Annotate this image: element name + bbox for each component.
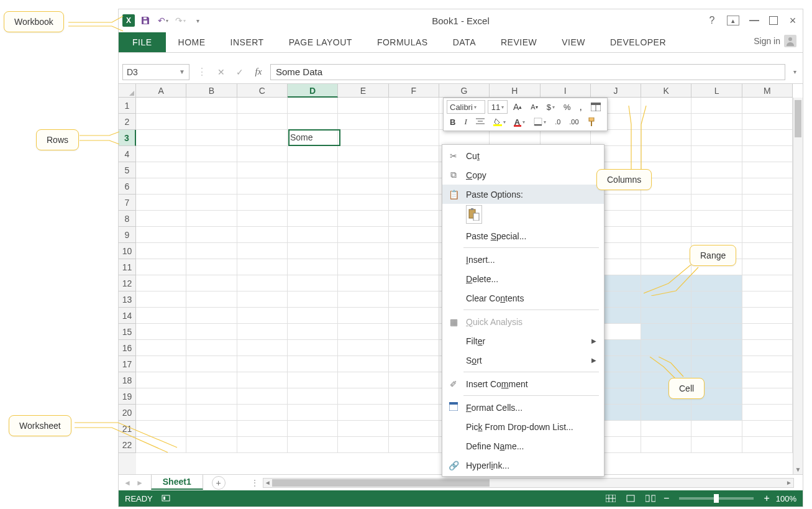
cell-C13[interactable] bbox=[237, 291, 288, 308]
cell-B14[interactable] bbox=[186, 308, 237, 324]
row-header-12[interactable]: 12 bbox=[119, 275, 136, 291]
sheet-split-icon[interactable]: ⋮ bbox=[250, 478, 259, 488]
col-header-J[interactable]: J bbox=[591, 84, 641, 98]
zoom-in-button[interactable]: + bbox=[764, 493, 769, 504]
cell-K8[interactable] bbox=[641, 211, 691, 227]
cell-D20[interactable] bbox=[288, 405, 338, 421]
cell-L7[interactable] bbox=[691, 195, 742, 211]
cell-M19[interactable] bbox=[742, 388, 793, 405]
cell-L21[interactable] bbox=[691, 421, 742, 437]
cell-L5[interactable] bbox=[691, 162, 742, 178]
cell-C4[interactable] bbox=[237, 146, 288, 162]
row-header-10[interactable]: 10 bbox=[119, 243, 136, 259]
col-header-A[interactable]: A bbox=[136, 84, 186, 98]
cell-C14[interactable] bbox=[237, 308, 288, 324]
cell-D15[interactable] bbox=[288, 324, 338, 340]
cell-A2[interactable] bbox=[136, 114, 186, 130]
tab-insert[interactable]: INSERT bbox=[218, 32, 276, 52]
cell-D3[interactable]: Some bbox=[288, 130, 338, 146]
cell-L2[interactable] bbox=[691, 114, 742, 130]
col-header-M[interactable]: M bbox=[742, 84, 793, 98]
menu-insert[interactable]: Insert... bbox=[442, 250, 604, 269]
cell-A16[interactable] bbox=[136, 340, 186, 356]
cell-E11[interactable] bbox=[338, 259, 388, 275]
align-center-button[interactable] bbox=[473, 115, 488, 129]
cell-F10[interactable] bbox=[389, 243, 439, 259]
cell-E1[interactable] bbox=[338, 98, 388, 114]
cell-E18[interactable] bbox=[338, 372, 388, 388]
cell-E5[interactable] bbox=[338, 162, 388, 178]
cell-C22[interactable] bbox=[237, 437, 288, 453]
cell-A14[interactable] bbox=[136, 308, 186, 324]
cell-A6[interactable] bbox=[136, 178, 186, 195]
cell-E19[interactable] bbox=[338, 388, 388, 405]
cell-C5[interactable] bbox=[237, 162, 288, 178]
cell-F6[interactable] bbox=[389, 178, 439, 195]
cell-M6[interactable] bbox=[742, 178, 793, 195]
col-header-E[interactable]: E bbox=[338, 84, 388, 98]
cell-M22[interactable] bbox=[742, 437, 793, 453]
cell-A10[interactable] bbox=[136, 243, 186, 259]
cell-A11[interactable] bbox=[136, 259, 186, 275]
cell-M9[interactable] bbox=[742, 227, 793, 243]
cell-B10[interactable] bbox=[186, 243, 237, 259]
cell-A9[interactable] bbox=[136, 227, 186, 243]
menu-paste-options[interactable]: 📋Paste Options: bbox=[442, 185, 604, 204]
sheet-nav-prev[interactable]: ◄ bbox=[124, 479, 131, 487]
cell-E12[interactable] bbox=[338, 275, 388, 291]
vertical-scrollbar[interactable]: ▼ bbox=[793, 98, 803, 474]
maximize-button[interactable] bbox=[769, 16, 778, 25]
col-header-D[interactable]: D bbox=[288, 84, 338, 98]
cell-C2[interactable] bbox=[237, 114, 288, 130]
menu-filter[interactable]: Filter▶ bbox=[442, 331, 604, 351]
row-header-2[interactable]: 2 bbox=[119, 114, 136, 130]
cell-K7[interactable] bbox=[641, 195, 691, 211]
cell-K21[interactable] bbox=[641, 421, 691, 437]
font-color-button[interactable]: A▾ bbox=[511, 115, 528, 129]
cell-A8[interactable] bbox=[136, 211, 186, 227]
cell-E20[interactable] bbox=[338, 405, 388, 421]
cell-B2[interactable] bbox=[186, 114, 237, 130]
cell-L3[interactable] bbox=[691, 130, 742, 146]
cell-B6[interactable] bbox=[186, 178, 237, 195]
cell-M13[interactable] bbox=[742, 291, 793, 308]
row-header-1[interactable]: 1 bbox=[119, 98, 136, 114]
undo-button[interactable]: ↶▾ bbox=[156, 14, 170, 27]
cell-D10[interactable] bbox=[288, 243, 338, 259]
cell-K20[interactable] bbox=[641, 405, 691, 421]
menu-delete[interactable]: Delete... bbox=[442, 269, 604, 288]
zoom-slider[interactable] bbox=[679, 497, 754, 500]
borders-button[interactable]: ▾ bbox=[531, 115, 549, 129]
save-button[interactable] bbox=[139, 14, 152, 27]
cell-C15[interactable] bbox=[237, 324, 288, 340]
cell-D9[interactable] bbox=[288, 227, 338, 243]
format-table-button[interactable] bbox=[588, 100, 604, 114]
cell-D1[interactable] bbox=[288, 98, 338, 114]
decrease-decimal-button[interactable]: .00 bbox=[566, 115, 582, 129]
cell-L17[interactable] bbox=[691, 356, 742, 372]
minimize-button[interactable]: — bbox=[748, 15, 760, 26]
cell-E17[interactable] bbox=[338, 356, 388, 372]
cell-F7[interactable] bbox=[389, 195, 439, 211]
paste-option-default[interactable] bbox=[466, 205, 482, 224]
tab-view[interactable]: VIEW bbox=[549, 32, 598, 52]
view-page-break-button[interactable] bbox=[644, 493, 657, 504]
cell-E22[interactable] bbox=[338, 437, 388, 453]
cell-K22[interactable] bbox=[641, 437, 691, 453]
cell-L22[interactable] bbox=[691, 437, 742, 453]
cell-F21[interactable] bbox=[389, 421, 439, 437]
format-painter-button[interactable] bbox=[585, 115, 601, 129]
qat-customize-button[interactable]: ▾ bbox=[191, 14, 204, 27]
cell-L9[interactable] bbox=[691, 227, 742, 243]
cell-D22[interactable] bbox=[288, 437, 338, 453]
signin-button[interactable]: Sign in bbox=[747, 30, 803, 52]
cell-A12[interactable] bbox=[136, 275, 186, 291]
cell-E3[interactable] bbox=[338, 130, 388, 146]
comma-button[interactable]: , bbox=[576, 100, 585, 114]
cell-M15[interactable] bbox=[742, 324, 793, 340]
cell-K16[interactable] bbox=[641, 340, 691, 356]
cell-F15[interactable] bbox=[389, 324, 439, 340]
cell-A18[interactable] bbox=[136, 372, 186, 388]
ribbon-options-button[interactable]: ▴ bbox=[727, 16, 739, 25]
row-header-14[interactable]: 14 bbox=[119, 308, 136, 324]
